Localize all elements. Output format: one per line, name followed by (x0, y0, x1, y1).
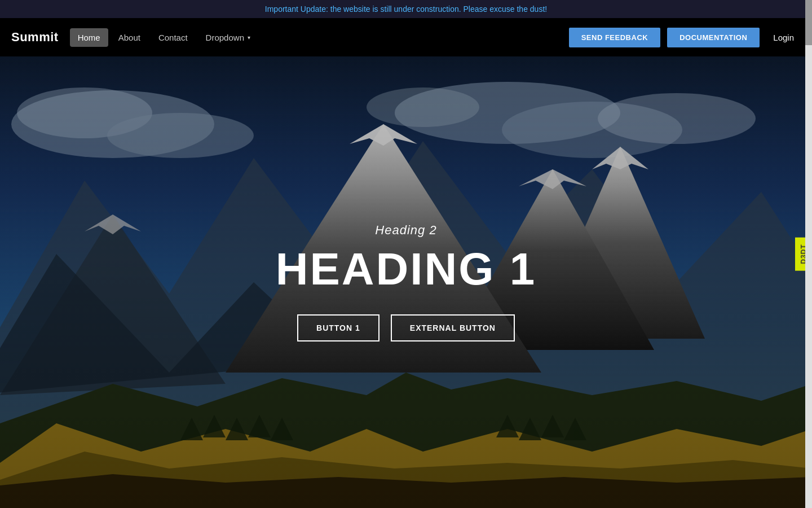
nav-item-about[interactable]: About (111, 28, 148, 47)
announcement-text: Important Update: the website is still u… (265, 5, 547, 14)
navbar-nav: Home About Contact Dropdown ▾ (70, 28, 569, 47)
nav-item-contact[interactable]: Contact (151, 28, 196, 47)
navbar: Summit Home About Contact Dropdown ▾ SEN… (0, 18, 812, 56)
nav-home-label: Home (78, 33, 100, 42)
navbar-actions: SEND FEEDBACK DOCUMENTATION Login (569, 28, 801, 47)
hero-external-button[interactable]: EXTERNAL BUTTON (391, 314, 515, 341)
hero-section: Heading 2 HEADING 1 BUTTON 1 EXTERNAL BU… (0, 56, 812, 508)
hero-subtitle: Heading 2 (276, 223, 537, 238)
documentation-button[interactable]: DOCUMENTATION (667, 28, 760, 47)
nav-item-home[interactable]: Home (70, 28, 108, 47)
scrollbar-track (805, 0, 812, 508)
hero-button-1[interactable]: BUTTON 1 (297, 314, 379, 341)
nav-contact-label: Contact (158, 33, 188, 42)
nav-dropdown-label: Dropdown (206, 33, 244, 42)
scrollbar-thumb[interactable] (805, 0, 812, 45)
send-feedback-button[interactable]: SEND FEEDBACK (569, 28, 660, 47)
hero-title: HEADING 1 (276, 247, 537, 292)
nav-item-dropdown[interactable]: Dropdown ▾ (198, 28, 258, 47)
nav-about-label: About (118, 33, 140, 42)
chevron-down-icon: ▾ (248, 34, 250, 41)
hero-content: Heading 2 HEADING 1 BUTTON 1 EXTERNAL BU… (276, 223, 537, 341)
login-button[interactable]: Login (766, 28, 801, 47)
navbar-brand[interactable]: Summit (11, 30, 59, 45)
hero-buttons: BUTTON 1 EXTERNAL BUTTON (276, 314, 537, 341)
announcement-bar: Important Update: the website is still u… (0, 0, 812, 18)
